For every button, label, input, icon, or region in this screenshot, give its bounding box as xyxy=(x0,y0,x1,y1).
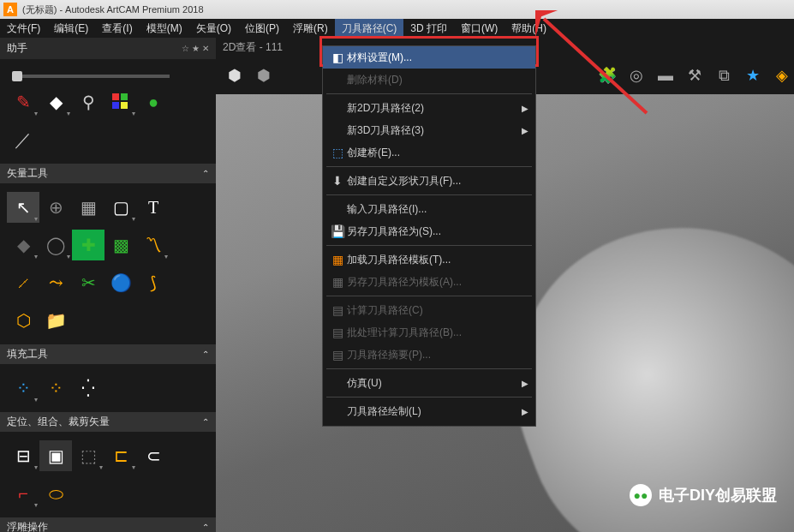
menu-item[interactable]: 刀具路径绘制(L)▶ xyxy=(323,400,535,422)
svg-rect-1 xyxy=(121,93,128,100)
menu-vector[interactable]: 矢量(O) xyxy=(189,19,238,38)
box-icon[interactable]: ▬ xyxy=(654,63,678,87)
target-icon[interactable]: ⊕ xyxy=(39,192,72,223)
cube1-icon[interactable]: ⬢ xyxy=(223,63,247,87)
cyl-icon[interactable]: ◎ xyxy=(624,63,648,87)
menu-toolpath[interactable]: 刀具路径(C) xyxy=(335,19,404,38)
paren-icon[interactable]: ⊂ xyxy=(137,440,170,471)
menu-3dprint[interactable]: 3D 打印 xyxy=(403,19,454,38)
menu-item[interactable]: 新3D刀具路径(3)▶ xyxy=(323,119,535,141)
svg-rect-2 xyxy=(112,102,119,109)
sphere-icon[interactable]: ● xyxy=(137,87,170,117)
section-relief[interactable]: 浮雕操作⌃ xyxy=(0,517,216,532)
circle-icon[interactable]: ◯▾ xyxy=(39,230,72,260)
menu-window[interactable]: 窗口(W) xyxy=(454,19,504,38)
pattern-icon[interactable]: ▩ xyxy=(104,230,137,260)
menu-item[interactable]: 输入刀具路径(I)... xyxy=(323,198,535,220)
menu-item[interactable]: 仿真(U)▶ xyxy=(323,372,535,394)
star-folder-icon[interactable]: 📁 xyxy=(39,305,72,336)
titlebar: A (无标题) - Autodesk ArtCAM Premium 2018 xyxy=(0,0,794,19)
svg-rect-0 xyxy=(112,93,119,100)
menu-item[interactable]: ⬇创建自定义形状刀具(F)... xyxy=(323,170,535,192)
layers-icon[interactable]: ⧉ xyxy=(712,63,736,87)
plus-icon[interactable]: ✚ xyxy=(72,230,104,260)
dots3-icon[interactable]: ⁛ xyxy=(72,373,104,403)
ellipse-icon[interactable]: ⬭ xyxy=(39,478,72,509)
menu-item: ▤批处理计算刀具路径(B)... xyxy=(323,321,535,344)
menu-view[interactable]: 查看(I) xyxy=(95,19,139,38)
wave-icon[interactable]: 〽▾ xyxy=(137,230,170,260)
curve1-icon[interactable]: ⟋ xyxy=(7,267,39,298)
brush-icon[interactable]: ／ xyxy=(7,124,39,155)
menu-model[interactable]: 模型(M) xyxy=(140,19,189,38)
menu-item[interactable]: ◧材料设置(M)... xyxy=(323,46,535,69)
arrow-icon[interactable]: ↖▾ xyxy=(7,192,39,223)
zoom-slider[interactable] xyxy=(15,75,170,78)
arc-icon[interactable]: ⟆ xyxy=(137,267,170,298)
diamond-icon[interactable]: ◆▾ xyxy=(39,87,72,117)
menu-item[interactable]: ⬚创建桥(E)... xyxy=(323,141,535,164)
menubar: 文件(F) 编辑(E) 查看(I) 模型(M) 矢量(O) 位图(P) 浮雕(R… xyxy=(0,19,794,38)
menu-item[interactable]: ▦加载刀具路径模板(T)... xyxy=(323,248,535,271)
select-icon[interactable]: ⬚▾ xyxy=(72,440,104,471)
stack-icon[interactable]: ◈ xyxy=(770,63,794,87)
app-logo: A xyxy=(3,3,17,16)
drop-icon[interactable]: 🔵 xyxy=(104,267,137,298)
corner-icon[interactable]: ⌐▾ xyxy=(7,478,39,509)
section-fill[interactable]: 填充工具⌃ xyxy=(0,344,216,364)
window-title: (无标题) - Autodesk ArtCAM Premium 2018 xyxy=(22,3,204,16)
rect-icon[interactable]: ▢▾ xyxy=(104,192,137,223)
menu-help[interactable]: 帮助(H) xyxy=(504,19,553,38)
wechat-icon: ●● xyxy=(630,484,652,506)
menu-item: ▤计算刀具路径(C) xyxy=(323,299,535,321)
dots2-icon[interactable]: ⁘ xyxy=(39,373,72,403)
maze-icon[interactable]: ▣ xyxy=(39,440,72,471)
eyedropper-icon[interactable]: ⚲ xyxy=(72,87,104,117)
text-icon[interactable]: T xyxy=(137,192,170,223)
section-position[interactable]: 定位、组合、裁剪矢量⌃ xyxy=(0,412,216,432)
panel-header: 助手 ☆ ★ ✕ xyxy=(0,38,216,59)
shape1-icon[interactable]: ⬡ xyxy=(7,305,39,336)
diamond2-icon[interactable]: ◆▾ xyxy=(7,230,39,260)
pencil-icon[interactable]: ✎▾ xyxy=(7,87,39,117)
menu-relief[interactable]: 浮雕(R) xyxy=(286,19,335,38)
menu-edit[interactable]: 编辑(E) xyxy=(47,19,95,38)
section-vector[interactable]: 矢量工具⌃ xyxy=(0,164,216,183)
menu-item: ▤刀具路径摘要(P)... xyxy=(323,344,535,366)
colors-icon[interactable]: ▾ xyxy=(104,87,137,117)
menu-file[interactable]: 文件(F) xyxy=(0,19,47,38)
menu-item[interactable]: 💾另存刀具路径为(S)... xyxy=(323,220,535,242)
svg-rect-3 xyxy=(121,102,128,109)
toolpath-dropdown: ◧材料设置(M)...删除材料(D)新2D刀具路径(2)▶新3D刀具路径(3)▶… xyxy=(322,45,536,427)
cube2-icon[interactable]: ⬢ xyxy=(252,63,276,87)
puzzle-icon[interactable]: 🧩 xyxy=(595,63,619,87)
dots1-icon[interactable]: ⁘▾ xyxy=(7,373,39,403)
tab-2dview[interactable]: 2D查看 - 111 xyxy=(223,40,283,55)
tool-icon[interactable]: ⚒ xyxy=(683,63,707,87)
menu-bitmap[interactable]: 位图(P) xyxy=(238,19,286,38)
scissors-icon[interactable]: ✂ xyxy=(72,267,104,298)
menu-item: 删除材料(D) xyxy=(323,69,535,91)
panel-title: 助手 xyxy=(7,41,27,56)
panel-controls[interactable]: ☆ ★ ✕ xyxy=(182,44,209,53)
menu-item: ▦另存刀具路径为模板(A)... xyxy=(323,271,535,293)
sidebar: 助手 ☆ ★ ✕ ✎▾ ◆▾ ⚲ ▾ ● ／ 矢量工具⌃ ↖▾ ⊕ ▦ xyxy=(0,38,216,532)
align-icon[interactable]: ⊟▾ xyxy=(7,440,39,471)
star-icon[interactable]: ★ xyxy=(741,63,765,87)
curve2-icon[interactable]: ⤳ xyxy=(39,267,72,298)
menu-item[interactable]: 新2D刀具路径(2)▶ xyxy=(323,97,535,119)
watermark: ●● 电子DIY创易联盟 xyxy=(630,484,777,506)
bracket-icon[interactable]: ⊏▾ xyxy=(104,440,137,471)
grid-icon[interactable]: ▦ xyxy=(72,192,104,223)
